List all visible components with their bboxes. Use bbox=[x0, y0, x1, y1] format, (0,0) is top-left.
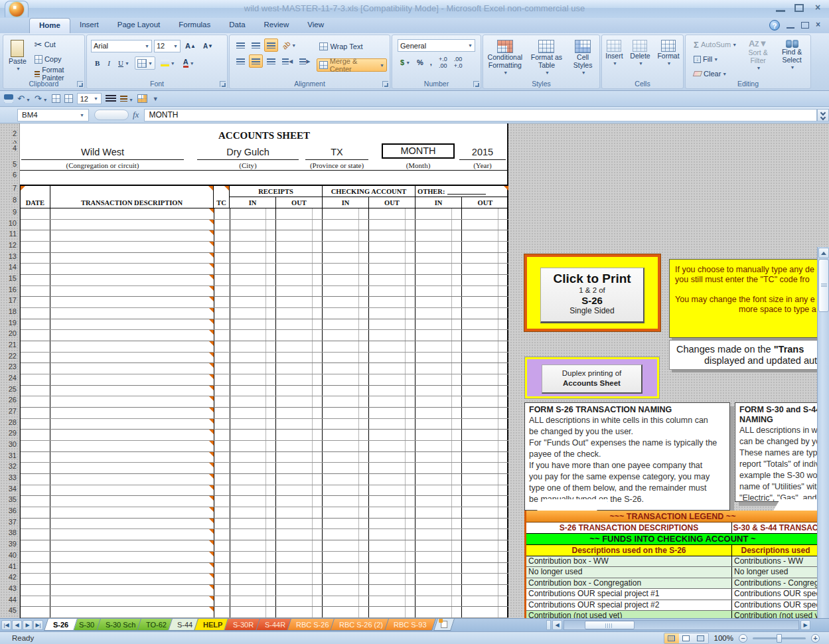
tc-cell[interactable] bbox=[214, 485, 230, 496]
cents-cell[interactable] bbox=[266, 452, 276, 463]
orientation-button[interactable]: ab▼ bbox=[279, 39, 299, 52]
amount-cell[interactable] bbox=[230, 319, 267, 330]
other-out-header[interactable]: OUT bbox=[462, 197, 508, 208]
description-cell[interactable] bbox=[50, 308, 214, 319]
amount-cell[interactable] bbox=[230, 220, 267, 230]
amount-cell[interactable] bbox=[415, 596, 452, 607]
tc-cell[interactable] bbox=[214, 507, 230, 518]
align-right-button[interactable] bbox=[264, 54, 278, 68]
description-cell[interactable] bbox=[50, 529, 214, 540]
cents-cell[interactable] bbox=[498, 286, 508, 297]
cents-cell[interactable] bbox=[406, 230, 415, 241]
date-cell[interactable] bbox=[21, 242, 50, 252]
cents-cell[interactable] bbox=[406, 319, 415, 330]
cents-cell[interactable] bbox=[266, 386, 276, 396]
find-select-button[interactable]: Find & Select▼ bbox=[777, 38, 807, 80]
other-group-header[interactable]: OTHER: bbox=[415, 186, 508, 197]
cents-cell[interactable] bbox=[313, 474, 323, 485]
cents-cell[interactable] bbox=[406, 507, 415, 518]
cents-cell[interactable] bbox=[406, 253, 415, 264]
cents-cell[interactable] bbox=[313, 507, 323, 518]
cents-cell[interactable] bbox=[359, 220, 369, 230]
amount-cell[interactable] bbox=[230, 496, 267, 507]
cents-cell[interactable] bbox=[498, 507, 508, 518]
cents-cell[interactable] bbox=[498, 353, 508, 363]
amount-cell[interactable] bbox=[462, 585, 498, 596]
date-cell[interactable] bbox=[21, 408, 50, 418]
name-box[interactable]: BM4▼ bbox=[17, 109, 89, 121]
amount-cell[interactable] bbox=[462, 496, 498, 507]
description-cell[interactable] bbox=[50, 607, 214, 617]
cents-cell[interactable] bbox=[313, 230, 323, 241]
amount-cell[interactable] bbox=[415, 386, 452, 396]
amount-cell[interactable] bbox=[369, 507, 406, 518]
row-header-23[interactable]: 23 bbox=[0, 362, 19, 373]
row-header-22[interactable]: 22 bbox=[0, 351, 19, 362]
description-cell[interactable] bbox=[50, 242, 214, 252]
amount-cell[interactable] bbox=[415, 519, 452, 529]
cents-cell[interactable] bbox=[498, 441, 508, 451]
cents-cell[interactable] bbox=[359, 574, 369, 584]
amount-cell[interactable] bbox=[462, 353, 498, 363]
ribbon-tab-view[interactable]: View bbox=[298, 18, 333, 33]
row-header-2[interactable]: 2 bbox=[0, 129, 19, 141]
cents-cell[interactable] bbox=[406, 363, 415, 374]
row-header-26[interactable]: 26 bbox=[0, 395, 19, 406]
undo-icon[interactable]: ↶▼ bbox=[17, 94, 31, 104]
date-cell[interactable] bbox=[21, 220, 50, 230]
date-cell[interactable] bbox=[21, 208, 50, 219]
amount-cell[interactable] bbox=[230, 474, 267, 485]
amount-cell[interactable] bbox=[323, 230, 359, 241]
align-left-button[interactable] bbox=[234, 54, 248, 68]
date-cell[interactable] bbox=[21, 330, 50, 341]
row-header-45[interactable]: 45 bbox=[0, 605, 19, 617]
date-cell[interactable] bbox=[21, 585, 50, 596]
amount-cell[interactable] bbox=[462, 507, 498, 518]
amount-cell[interactable] bbox=[369, 353, 406, 363]
cents-cell[interactable] bbox=[359, 585, 369, 596]
row-header-44[interactable]: 44 bbox=[0, 595, 19, 606]
cell-styles-button[interactable]: Cell Styles▼ bbox=[567, 38, 598, 79]
receipts-out-header[interactable]: OUT bbox=[276, 197, 323, 208]
cents-cell[interactable] bbox=[266, 264, 276, 274]
description-cell[interactable] bbox=[50, 430, 214, 440]
amount-cell[interactable] bbox=[369, 540, 406, 551]
description-cell[interactable] bbox=[50, 353, 214, 363]
cents-cell[interactable] bbox=[452, 264, 462, 274]
cents-cell[interactable] bbox=[313, 408, 323, 418]
ribbon-tab-formulas[interactable]: Formulas bbox=[169, 18, 220, 33]
minimize-button[interactable] bbox=[776, 4, 785, 12]
cents-cell[interactable] bbox=[359, 430, 369, 440]
amount-cell[interactable] bbox=[276, 474, 313, 485]
hscroll-left-icon[interactable]: ◀ bbox=[552, 620, 562, 630]
cents-cell[interactable] bbox=[359, 396, 369, 407]
cents-cell[interactable] bbox=[452, 330, 462, 341]
amount-cell[interactable] bbox=[230, 563, 267, 574]
cents-cell[interactable] bbox=[452, 253, 462, 264]
amount-cell[interactable] bbox=[276, 441, 313, 451]
amount-cell[interactable] bbox=[230, 297, 267, 307]
cents-cell[interactable] bbox=[359, 452, 369, 463]
cents-cell[interactable] bbox=[452, 441, 462, 451]
amount-cell[interactable] bbox=[369, 242, 406, 252]
row-header-25[interactable]: 25 bbox=[0, 384, 19, 396]
cents-cell[interactable] bbox=[498, 540, 508, 551]
cents-cell[interactable] bbox=[266, 297, 276, 307]
cents-cell[interactable] bbox=[452, 396, 462, 407]
row-header-36[interactable]: 36 bbox=[0, 506, 19, 517]
decrease-decimal-button[interactable]: .00+.0 bbox=[451, 56, 465, 69]
amount-cell[interactable] bbox=[276, 386, 313, 396]
amount-cell[interactable] bbox=[369, 308, 406, 319]
cents-cell[interactable] bbox=[452, 242, 462, 252]
cents-cell[interactable] bbox=[452, 419, 462, 430]
cents-cell[interactable] bbox=[406, 297, 415, 307]
underline-button[interactable]: U▼ bbox=[115, 56, 132, 70]
date-cell[interactable] bbox=[21, 230, 50, 241]
amount-cell[interactable] bbox=[323, 319, 359, 330]
ribbon-tab-page-layout[interactable]: Page Layout bbox=[108, 18, 170, 33]
amount-cell[interactable] bbox=[415, 319, 452, 330]
amount-cell[interactable] bbox=[230, 353, 267, 363]
amount-cell[interactable] bbox=[369, 441, 406, 451]
cents-cell[interactable] bbox=[313, 596, 323, 607]
cents-cell[interactable] bbox=[406, 519, 415, 529]
